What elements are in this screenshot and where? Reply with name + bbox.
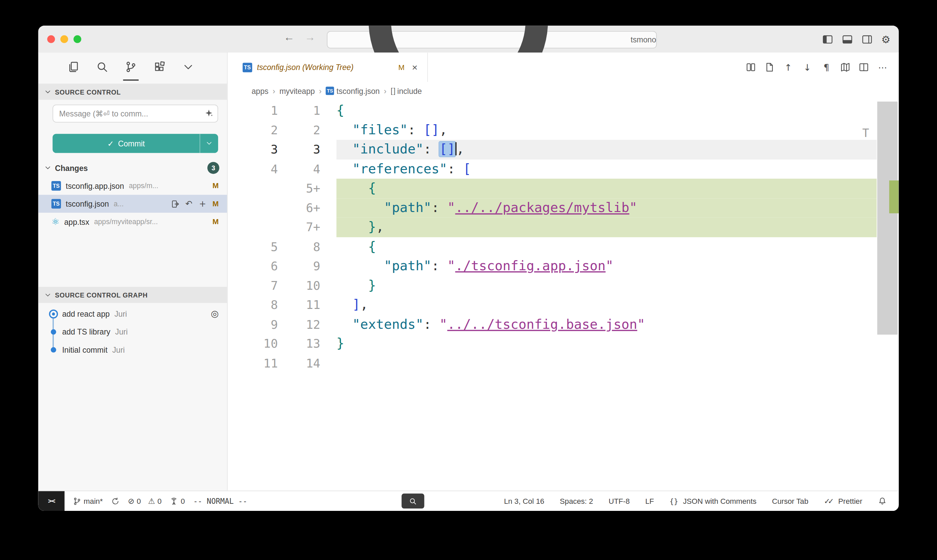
code-line[interactable]: 69 "path": "./tsconfig.app.json": [228, 257, 876, 276]
titlebar-layout-controls: ⚙: [822, 26, 891, 52]
code-line[interactable]: 811 ],: [228, 295, 876, 315]
outline-map-icon[interactable]: [840, 62, 850, 72]
screen: ← → tsmono ⚙: [0, 0, 937, 560]
code-line[interactable]: 7+ },: [228, 217, 876, 237]
more-views-icon[interactable]: [174, 52, 203, 81]
code-line[interactable]: 710 }: [228, 275, 876, 295]
editor-scrollbar[interactable]: [876, 100, 899, 491]
split-editor-icon[interactable]: [859, 62, 869, 72]
commit-button[interactable]: ✓ Commit: [52, 139, 200, 148]
more-actions-icon[interactable]: ⋯: [877, 62, 888, 73]
render-whitespace-icon[interactable]: ¶: [821, 62, 832, 73]
branch-status-item[interactable]: main*: [73, 497, 103, 505]
forward-icon[interactable]: →: [303, 31, 317, 43]
screencast-zoom-chip[interactable]: [402, 494, 424, 509]
discard-changes-icon[interactable]: ↶: [184, 199, 194, 208]
code-line[interactable]: 22 "files": [],: [228, 120, 876, 140]
code-line-text[interactable]: {: [337, 179, 877, 198]
code-line-text[interactable]: {: [337, 237, 877, 257]
breadcrumb-item[interactable]: include: [397, 86, 422, 95]
typescript-file-icon: TS: [51, 199, 61, 208]
tab-tsconfig-json[interactable]: TS tsconfig.json (Working Tree) M ×: [228, 52, 428, 82]
command-center-search[interactable]: tsmono: [327, 31, 657, 48]
code-line-text[interactable]: "include": [],: [337, 140, 877, 159]
encoding-item[interactable]: UTF-8: [609, 497, 630, 505]
breadcrumb-item[interactable]: apps: [251, 86, 268, 95]
minimize-window-button[interactable]: [60, 35, 68, 43]
goto-ref-icon[interactable]: ◎: [211, 308, 219, 319]
code-line-text[interactable]: "extends": "../../tsconfig.base.json": [337, 315, 877, 334]
indentation-item[interactable]: Spaces: 2: [560, 497, 593, 505]
open-file-icon[interactable]: [170, 199, 180, 208]
notifications-bell-icon[interactable]: [878, 496, 887, 506]
code-line[interactable]: 6+ "path": "../../packages/mytslib": [228, 198, 876, 218]
json-braces-icon: {}: [669, 497, 678, 505]
commit-dropdown-button[interactable]: [200, 134, 218, 153]
stage-changes-icon[interactable]: +: [198, 199, 208, 208]
vim-mode-indicator[interactable]: -- NORMAL --: [193, 496, 247, 506]
code-line[interactable]: 1013}: [228, 334, 876, 354]
code-line-text[interactable]: {: [337, 101, 877, 120]
commit-row[interactable]: Initial commitJuri: [38, 341, 227, 358]
code-line-text[interactable]: }: [337, 334, 877, 354]
open-changes-icon[interactable]: [746, 62, 756, 72]
gutter-modified-line-number: 7+: [280, 217, 323, 237]
code-line-text[interactable]: "path": "./tsconfig.app.json": [337, 257, 877, 276]
code-line[interactable]: 11{: [228, 101, 876, 120]
code-line-text[interactable]: [337, 353, 877, 373]
code-line[interactable]: 44 "references": [: [228, 159, 876, 179]
scrollbar-thumb[interactable]: [877, 102, 897, 334]
previous-change-icon[interactable]: ↑: [783, 62, 794, 73]
remote-indicator[interactable]: ><: [38, 491, 65, 511]
code-line[interactable]: 5+ {: [228, 179, 876, 198]
gutter-original-line-number: 9: [228, 315, 280, 334]
file-row[interactable]: TStsconfig.app.jsonapps/m...M: [38, 177, 227, 195]
close-window-button[interactable]: [47, 35, 55, 43]
changes-section-header[interactable]: Changes 3: [38, 159, 227, 177]
zoom-window-button[interactable]: [73, 35, 81, 43]
code-line-text[interactable]: "references": [: [337, 159, 877, 179]
commit-row[interactable]: add TS libraryJuri: [38, 323, 227, 341]
code-line[interactable]: 1114: [228, 353, 876, 373]
sync-status-item[interactable]: [111, 497, 120, 505]
explorer-icon[interactable]: [59, 52, 88, 81]
source-control-view-icon[interactable]: [117, 52, 145, 81]
code-line[interactable]: 33 "include": [],: [228, 140, 876, 159]
cursor-position-item[interactable]: Ln 3, Col 16: [504, 497, 544, 505]
problems-status-item[interactable]: ⊘ 0 ⚠ 0: [128, 496, 162, 506]
warning-icon: ⚠: [148, 496, 155, 506]
source-control-graph-header[interactable]: SOURCE CONTROL GRAPH: [38, 287, 227, 303]
file-row[interactable]: ⚛app.tsxapps/myviteapp/sr...M: [38, 213, 227, 231]
code-line[interactable]: 912 "extends": "../../tsconfig.base.json…: [228, 315, 876, 334]
back-icon[interactable]: ←: [282, 31, 297, 43]
extensions-view-icon[interactable]: [145, 52, 174, 81]
file-row[interactable]: TStsconfig.jsona...↶+M: [38, 195, 227, 213]
code-line[interactable]: 58 {: [228, 237, 876, 257]
close-tab-icon[interactable]: ×: [409, 62, 420, 73]
search-view-icon[interactable]: [88, 52, 117, 81]
toggle-primary-sidebar-icon[interactable]: [822, 34, 833, 45]
open-file-icon[interactable]: [764, 62, 774, 72]
language-mode-item[interactable]: {} JSON with Comments: [669, 497, 756, 505]
sparkle-ai-icon[interactable]: [204, 109, 213, 120]
breadcrumb-item[interactable]: myviteapp: [279, 86, 315, 95]
settings-gear-icon[interactable]: ⚙: [881, 33, 890, 45]
breadcrumb-item[interactable]: tsconfig.json: [337, 86, 380, 95]
code-line-text[interactable]: "path": "../../packages/mytslib": [337, 198, 877, 218]
eol-item[interactable]: LF: [645, 497, 654, 505]
code-line-text[interactable]: "files": [],: [337, 120, 877, 140]
formatter-item[interactable]: ✓✓ Prettier: [824, 496, 862, 506]
source-control-section-header[interactable]: SOURCE CONTROL: [38, 84, 227, 100]
next-change-icon[interactable]: ↓: [802, 62, 813, 73]
code-editor[interactable]: 11{22 "files": [],33 "include": [],44 "r…: [228, 100, 899, 491]
commit-message-input[interactable]: [52, 105, 218, 123]
cursor-tab-item[interactable]: Cursor Tab: [772, 497, 808, 505]
toggle-secondary-sidebar-icon[interactable]: [862, 34, 872, 45]
toggle-panel-icon[interactable]: [842, 34, 852, 45]
code-line-text[interactable]: ],: [337, 295, 877, 315]
code-line-text[interactable]: }: [337, 275, 877, 295]
commit-row[interactable]: add react appJuri◎: [38, 305, 227, 323]
gutter-modified-line-number: 2: [280, 120, 323, 140]
code-line-text[interactable]: },: [337, 217, 877, 237]
ports-status-item[interactable]: 0: [170, 497, 185, 505]
